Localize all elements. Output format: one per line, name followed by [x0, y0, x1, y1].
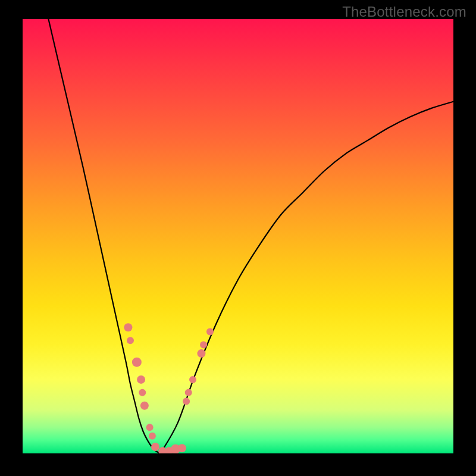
data-point — [206, 328, 214, 336]
data-point — [185, 389, 192, 396]
data-point — [200, 342, 207, 349]
curve-right-curve — [161, 102, 453, 453]
data-point — [124, 323, 132, 331]
data-point — [178, 444, 186, 452]
data-point — [127, 337, 134, 344]
data-point — [151, 443, 159, 451]
data-point — [197, 349, 205, 358]
curve-layer — [48, 19, 453, 453]
data-point — [149, 433, 156, 440]
chart-frame: TheBottleneck.com — [0, 0, 476, 476]
dot-layer — [124, 323, 214, 453]
watermark-text: TheBottleneck.com — [342, 4, 466, 20]
data-point — [139, 389, 146, 396]
curve-left-curve — [48, 19, 160, 453]
data-point — [189, 376, 196, 383]
plot-area — [23, 19, 453, 453]
data-point — [183, 397, 190, 405]
data-point — [137, 375, 145, 384]
data-point — [146, 424, 154, 431]
data-point — [132, 358, 142, 367]
data-point — [140, 402, 149, 410]
chart-svg — [23, 19, 453, 453]
